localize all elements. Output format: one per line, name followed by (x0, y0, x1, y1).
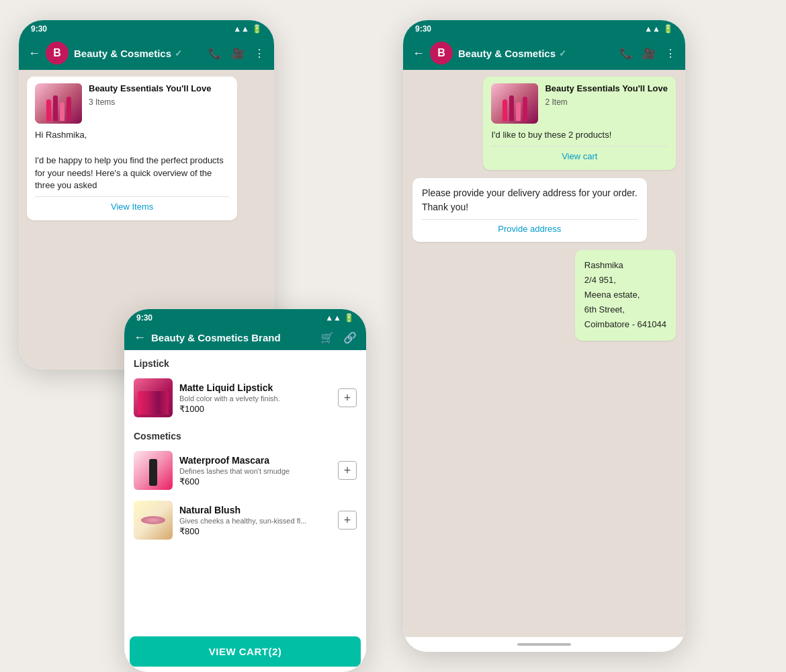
signal-icon-2: ▲▲ (325, 313, 341, 323)
mascara-image (134, 451, 173, 490)
header-title-3: Beauty & Cosmetics ✓ (458, 48, 614, 59)
section-cosmetics: Cosmetics Waterproof Mascara Defines las… (124, 423, 366, 545)
menu-icon-1[interactable]: ⋮ (254, 47, 265, 60)
avatar-3: B (430, 42, 453, 65)
signal-icon-3: ▲▲ (644, 24, 660, 34)
add-blush-btn[interactable]: + (338, 511, 357, 530)
chat-header-1: ← B Beauty & Cosmetics ✓ 📞 🎥 ⋮ (19, 36, 274, 70)
section-title-cosmetics: Cosmetics (124, 423, 366, 446)
battery-icon-3: 🔋 (663, 24, 673, 34)
battery-icon-2: 🔋 (344, 313, 354, 323)
catalog-back[interactable]: ← (134, 331, 146, 345)
back-arrow-1[interactable]: ← (28, 46, 40, 60)
sent-product-header: Beauty Essentials You'll Love 2 Item (491, 83, 668, 124)
product-card-header: Beauty Essentials You'll Love 3 Items (35, 83, 229, 124)
mascara-price: ₹600 (179, 476, 331, 487)
delivery-text: Please provide your delivery address for… (422, 186, 638, 215)
add-lipstick-btn[interactable]: + (338, 388, 357, 407)
blush-price: ₹800 (179, 526, 331, 536)
lipstick-image (134, 378, 173, 417)
status-icons-1: ▲▲ 🔋 (233, 24, 262, 34)
status-bar-1: 9:30 ▲▲ 🔋 (19, 20, 274, 36)
catalog-item-blush: Natural Blush Gives cheeks a healthy, su… (124, 495, 366, 545)
blush-img-bg (134, 501, 173, 540)
section-lipstick: Lipstick Matte Liquid Lipstick Bold colo… (124, 350, 366, 423)
sent-item-count: 2 Item (545, 97, 668, 108)
divider-1 (35, 196, 229, 197)
catalog-item-mascara: Waterproof Mascara Defines lashes that w… (124, 446, 366, 495)
catalog-header: ← Beauty & Cosmetics Brand 🛒 🔗 (124, 325, 366, 350)
phone-icon-1[interactable]: 📞 (208, 47, 222, 60)
delivery-request-bubble: Please provide your delivery address for… (412, 178, 647, 242)
catalog-item-lipstick: Matte Liquid Lipstick Bold color with a … (124, 373, 366, 423)
address-bubble: Rashmika 2/4 951, Meena estate, 6th Stre… (575, 250, 676, 340)
status-icons-3: ▲▲ 🔋 (644, 24, 673, 34)
address-line3: 6th Street, (584, 304, 625, 314)
status-time-2: 9:30 (136, 313, 152, 323)
mascara-name: Waterproof Mascara (179, 455, 331, 466)
mascara-img-bg (134, 451, 173, 490)
section-title-lipstick: Lipstick (124, 350, 366, 373)
message-text-1: Hi Rashmika,I'd be happy to help you fin… (35, 129, 229, 192)
add-mascara-btn[interactable]: + (338, 461, 357, 480)
cart-icon[interactable]: 🛒 (320, 331, 334, 344)
address-line4: Coimbatore - 641044 (584, 319, 666, 329)
product-thumb-1 (35, 83, 82, 124)
verified-icon-1: ✓ (175, 48, 182, 58)
lipstick-name: Matte Liquid Lipstick (179, 382, 331, 393)
product-info-1: Beauty Essentials You'll Love 3 Items (89, 83, 212, 124)
address-line2: Meena estate, (584, 290, 640, 300)
mascara-info: Waterproof Mascara Defines lashes that w… (179, 455, 331, 487)
view-items-link[interactable]: View Items (35, 201, 229, 214)
phone-right: 9:30 ▲▲ 🔋 ← B Beauty & Cosmetics ✓ 📞 🎥 ⋮ (403, 20, 685, 652)
divider-4 (422, 219, 638, 220)
link-icon[interactable]: 🔗 (343, 331, 357, 344)
status-icons-2: ▲▲ 🔋 (325, 313, 354, 323)
blush-image (134, 501, 173, 540)
verified-icon-3: ✓ (559, 48, 566, 58)
blush-desc: Gives cheeks a healthy, sun-kissed fl... (179, 517, 331, 525)
lipstick-price: ₹1000 (179, 404, 331, 414)
provide-address-link[interactable]: Provide address (422, 224, 638, 234)
phone-catalog: 9:30 ▲▲ 🔋 ← Beauty & Cosmetics Brand 🛒 🔗… (124, 309, 366, 672)
signal-icon: ▲▲ (233, 24, 249, 34)
view-cart-button[interactable]: VIEW CART(2) (130, 636, 361, 667)
status-bar-2: 9:30 ▲▲ 🔋 (124, 309, 366, 325)
phone-icon-3[interactable]: 📞 (619, 47, 633, 60)
catalog-title: Beauty & Cosmetics Brand (151, 332, 315, 343)
catalog-header-icons: 🛒 🔗 (320, 331, 357, 344)
buy-message-text: I'd like to buy these 2 products! (491, 129, 668, 142)
video-icon-1[interactable]: 🎥 (231, 47, 245, 60)
lipstick-img-bg (134, 378, 173, 417)
sent-product-title: Beauty Essentials You'll Love (545, 83, 668, 95)
menu-icon-3[interactable]: ⋮ (665, 47, 676, 60)
item-count-1: 3 Items (89, 97, 212, 108)
product-title-1: Beauty Essentials You'll Love (89, 83, 212, 95)
header-actions-1: 📞 🎥 ⋮ (208, 47, 265, 60)
lipstick-desc: Bold color with a velvety finish. (179, 394, 331, 403)
status-bar-3: 9:30 ▲▲ 🔋 (403, 20, 685, 36)
avatar-1: B (46, 42, 69, 65)
lipstick-info: Matte Liquid Lipstick Bold color with a … (179, 382, 331, 414)
product-message-bubble: Beauty Essentials You'll Love 3 Items Hi… (27, 77, 237, 220)
sent-product-bubble: Beauty Essentials You'll Love 2 Item I'd… (483, 77, 676, 170)
chat-header-3: ← B Beauty & Cosmetics ✓ 📞 🎥 ⋮ (403, 36, 685, 70)
header-actions-3: 📞 🎥 ⋮ (619, 47, 676, 60)
video-icon-3[interactable]: 🎥 (642, 47, 656, 60)
status-time-3: 9:30 (415, 24, 431, 34)
bottom-bar-3 (403, 637, 685, 652)
sent-product-info: Beauty Essentials You'll Love 2 Item (545, 83, 668, 124)
view-cart-link[interactable]: View cart (491, 151, 668, 163)
address-line1: 2/4 951, (584, 275, 616, 285)
sent-product-thumb (491, 83, 538, 124)
address-name: Rashmika (584, 260, 623, 270)
battery-icon: 🔋 (252, 24, 262, 34)
blush-info: Natural Blush Gives cheeks a healthy, su… (179, 505, 331, 536)
header-title-1: Beauty & Cosmetics ✓ (74, 48, 203, 59)
divider-3 (491, 146, 668, 146)
back-arrow-3[interactable]: ← (412, 46, 425, 60)
status-time-1: 9:30 (31, 24, 47, 34)
home-indicator-3 (517, 643, 571, 646)
catalog-content: Lipstick Matte Liquid Lipstick Bold colo… (124, 350, 366, 672)
mascara-desc: Defines lashes that won't smudge (179, 467, 331, 475)
